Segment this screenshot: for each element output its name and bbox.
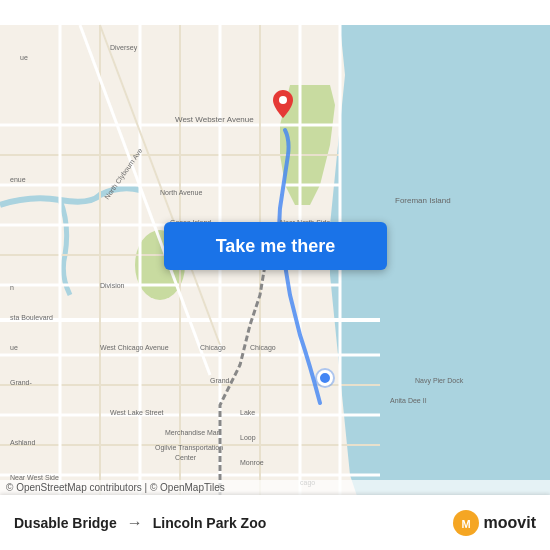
svg-text:West Webster Avenue: West Webster Avenue (175, 115, 254, 124)
svg-marker-1 (330, 25, 550, 525)
svg-text:West Chicago Avenue: West Chicago Avenue (100, 344, 169, 352)
svg-text:ue: ue (20, 54, 28, 61)
app-container: West Webster Avenue enue n Division sta … (0, 0, 550, 550)
svg-text:Loop: Loop (240, 434, 256, 442)
svg-point-58 (279, 96, 287, 104)
svg-text:n: n (10, 284, 14, 291)
svg-text:Chicago: Chicago (200, 344, 226, 352)
svg-text:Merchandise Mart: Merchandise Mart (165, 429, 221, 436)
moovit-icon: M (452, 509, 480, 537)
svg-text:Grand-: Grand- (210, 377, 232, 384)
svg-text:Navy Pier Dock: Navy Pier Dock (415, 377, 464, 385)
svg-text:ue: ue (10, 344, 18, 351)
svg-text:M: M (461, 518, 470, 530)
to-location-label: Lincoln Park Zoo (153, 515, 267, 531)
map-svg: West Webster Avenue enue n Division sta … (0, 0, 550, 550)
copyright-text: © OpenStreetMap contributors | © OpenMap… (6, 482, 225, 493)
svg-text:Ogilvie Transportation: Ogilvie Transportation (155, 444, 223, 452)
bottom-bar: Dusable Bridge → Lincoln Park Zoo M moov… (0, 495, 550, 550)
svg-text:Division: Division (100, 282, 125, 289)
svg-text:Monroe: Monroe (240, 459, 264, 466)
svg-text:Center: Center (175, 454, 197, 461)
svg-text:Chicago: Chicago (250, 344, 276, 352)
current-location-dot (317, 370, 333, 386)
svg-text:Foreman Island: Foreman Island (395, 196, 451, 205)
svg-text:Diversey: Diversey (110, 44, 138, 52)
arrow-right-icon: → (127, 514, 143, 532)
moovit-brand-text: moovit (484, 514, 536, 532)
svg-text:West Lake Street: West Lake Street (110, 409, 164, 416)
moovit-logo: M moovit (452, 509, 536, 537)
svg-text:Ashland: Ashland (10, 439, 35, 446)
svg-text:sta Boulevard: sta Boulevard (10, 314, 53, 321)
svg-text:Lake: Lake (240, 409, 255, 416)
svg-text:North Avenue: North Avenue (160, 189, 202, 196)
take-me-there-button[interactable]: Take me there (164, 222, 387, 270)
svg-text:Grand-: Grand- (10, 379, 32, 386)
copyright-bar: © OpenStreetMap contributors | © OpenMap… (0, 480, 550, 495)
destination-pin (273, 90, 293, 118)
svg-text:Anita Dee II: Anita Dee II (390, 397, 427, 404)
from-location-label: Dusable Bridge (14, 515, 117, 531)
svg-text:enue: enue (10, 176, 26, 183)
map-container: West Webster Avenue enue n Division sta … (0, 0, 550, 550)
